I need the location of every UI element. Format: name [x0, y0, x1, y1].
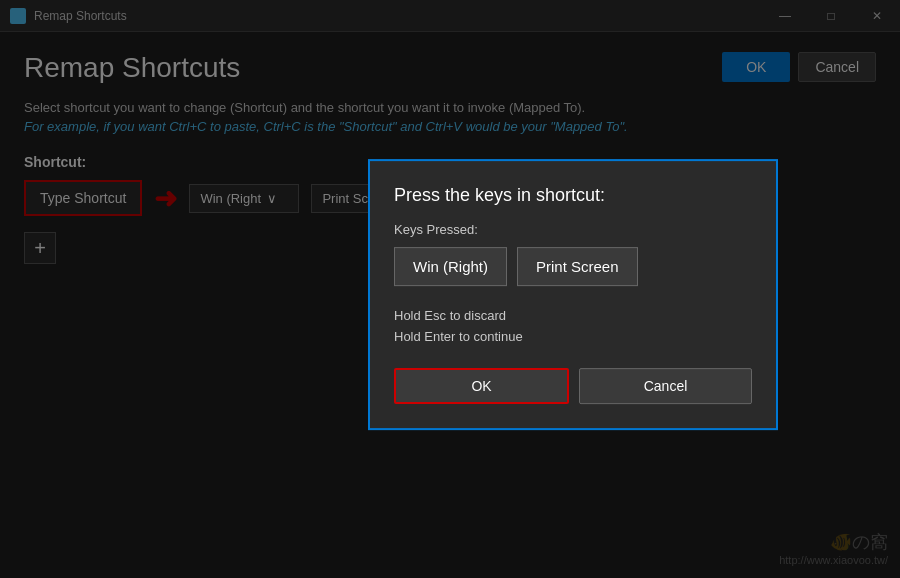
dialog-title: Press the keys in shortcut:	[394, 185, 752, 206]
hint-text: Hold Esc to discard Hold Enter to contin…	[394, 306, 752, 348]
key-button-2: Print Screen	[517, 247, 638, 286]
keys-pressed-label: Keys Pressed:	[394, 222, 752, 237]
shortcut-dialog: Press the keys in shortcut: Keys Pressed…	[368, 159, 778, 430]
keys-row: Win (Right) Print Screen	[394, 247, 752, 286]
hint-line1: Hold Esc to discard	[394, 308, 506, 323]
hint-line2: Hold Enter to continue	[394, 329, 523, 344]
dialog-ok-button[interactable]: OK	[394, 368, 569, 404]
key-button-1: Win (Right)	[394, 247, 507, 286]
dialog-cancel-button[interactable]: Cancel	[579, 368, 752, 404]
dialog-buttons: OK Cancel	[394, 368, 752, 404]
